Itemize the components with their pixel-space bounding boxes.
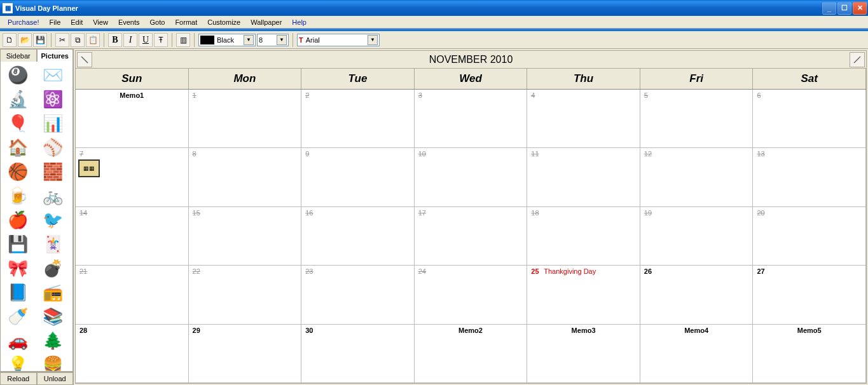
day-cell[interactable]: 10 xyxy=(415,148,528,206)
prev-month-button[interactable] xyxy=(77,52,92,67)
color-combo[interactable]: Black ▼ xyxy=(198,34,256,46)
day-cell[interactable]: Memo3 xyxy=(527,325,640,383)
day-cell[interactable]: Memo1 xyxy=(76,90,189,148)
day-number: 25 xyxy=(531,267,539,275)
clipart-item[interactable]: 🍺 xyxy=(3,185,32,206)
new-icon[interactable]: 🗋 xyxy=(3,33,17,47)
clipart-item[interactable]: 💡 xyxy=(3,354,32,372)
columns-button[interactable]: ▥ xyxy=(176,33,190,47)
tab-pictures[interactable]: Pictures xyxy=(37,49,74,62)
menu-goto[interactable]: Goto xyxy=(145,17,170,27)
day-cell[interactable]: 26 xyxy=(640,266,754,324)
day-cell[interactable]: Memo2 xyxy=(415,325,528,383)
day-cell[interactable]: 2 xyxy=(301,90,415,148)
menu-file[interactable]: File xyxy=(45,17,66,27)
day-cell[interactable]: 18 xyxy=(527,207,640,266)
clipart-item[interactable]: 🍼 xyxy=(3,306,32,327)
menu-view[interactable]: View xyxy=(88,17,113,27)
clipart-item[interactable]: ⚾ xyxy=(38,137,67,158)
day-cell[interactable]: 22 xyxy=(189,266,302,324)
clipart-item[interactable]: 🚗 xyxy=(3,330,32,351)
day-cell[interactable]: 14 xyxy=(76,207,189,266)
day-cell[interactable]: 6 xyxy=(753,90,866,148)
clipart-item[interactable]: 🎱 xyxy=(3,64,32,86)
fontsize-combo[interactable]: 8 ▼ xyxy=(257,34,289,46)
day-number: 21 xyxy=(79,267,87,275)
font-style-button[interactable]: Ŧ xyxy=(154,33,168,47)
menu-format[interactable]: Format xyxy=(170,17,202,27)
clipart-item[interactable]: 📻 xyxy=(38,281,67,303)
clipart-item[interactable]: 🧱 xyxy=(38,161,67,182)
clipart-item[interactable]: 🔬 xyxy=(3,88,32,110)
day-cell[interactable]: Memo4 xyxy=(640,325,754,383)
day-cell[interactable]: 8 xyxy=(189,148,302,206)
next-month-button[interactable] xyxy=(850,52,865,67)
cut-icon[interactable]: ✂ xyxy=(55,33,69,47)
clipart-item[interactable]: 🍔 xyxy=(38,354,67,372)
menu-help[interactable]: Help xyxy=(287,17,312,27)
clipart-item[interactable]: 🎀 xyxy=(3,257,32,279)
font-combo[interactable]: T Arial ▼ xyxy=(297,34,380,46)
clipart-item[interactable]: 🍎 xyxy=(3,209,32,231)
day-cell[interactable]: 13 xyxy=(753,148,866,206)
close-button[interactable]: ✕ xyxy=(853,2,867,15)
day-cell[interactable]: 29 xyxy=(189,325,302,383)
clipart-item[interactable]: 💣 xyxy=(38,257,67,279)
day-cell[interactable]: 3 xyxy=(415,90,528,148)
menu-wallpaper[interactable]: Wallpaper xyxy=(245,17,287,27)
day-cell[interactable]: 23 xyxy=(301,266,415,324)
unload-button[interactable]: Unload xyxy=(37,372,74,385)
tab-sidebar[interactable]: Sidebar xyxy=(0,49,37,62)
day-cell[interactable]: 15 xyxy=(189,207,302,266)
day-number: 28 xyxy=(79,327,87,334)
save-icon[interactable]: 💾 xyxy=(33,33,47,47)
clipart-item[interactable]: 📊 xyxy=(38,112,67,134)
clipart-item[interactable]: 🏠 xyxy=(3,137,32,158)
maximize-button[interactable]: ☐ xyxy=(837,2,851,15)
day-cell[interactable]: 16 xyxy=(301,207,415,266)
day-cell[interactable]: 20 xyxy=(753,207,866,266)
clipart-item[interactable]: ⚛️ xyxy=(38,88,67,110)
clipart-item[interactable]: 🐦 xyxy=(38,209,67,231)
day-cell[interactable]: 17 xyxy=(415,207,528,266)
day-number: 30 xyxy=(305,327,313,334)
italic-button[interactable]: I xyxy=(123,33,137,47)
day-number: 27 xyxy=(757,267,764,275)
clipart-item[interactable]: 🃏 xyxy=(38,233,67,255)
day-header: Tue xyxy=(301,69,415,89)
clipart-item[interactable]: 🎈 xyxy=(3,112,32,134)
day-cell[interactable]: 5 xyxy=(640,90,754,148)
day-cell[interactable]: 1 xyxy=(189,90,302,148)
day-cell[interactable]: 9 xyxy=(301,148,415,206)
underline-button[interactable]: U xyxy=(139,33,153,47)
clipart-item[interactable]: ✉️ xyxy=(38,64,67,86)
day-cell[interactable]: 24 xyxy=(415,266,528,324)
bold-button[interactable]: B xyxy=(108,33,122,47)
clipart-item[interactable]: 🏀 xyxy=(3,161,32,182)
clipart-item[interactable]: 🌲 xyxy=(38,330,67,351)
day-cell[interactable]: 21 xyxy=(76,266,189,324)
menu-events[interactable]: Events xyxy=(113,17,145,27)
day-cell[interactable]: 28 xyxy=(76,325,189,383)
paste-icon[interactable]: 📋 xyxy=(86,33,100,47)
menu-purchase[interactable]: Purchase! xyxy=(3,17,45,27)
menu-edit[interactable]: Edit xyxy=(65,17,88,27)
reload-button[interactable]: Reload xyxy=(0,372,37,385)
day-cell[interactable]: Memo5 xyxy=(753,325,866,383)
day-cell[interactable]: 19 xyxy=(640,207,754,266)
open-icon[interactable]: 📂 xyxy=(18,33,32,47)
clipart-item[interactable]: 🚲 xyxy=(38,185,67,206)
day-cell[interactable]: 30 xyxy=(301,325,415,383)
clipart-item[interactable]: 📚 xyxy=(38,306,67,327)
clipart-item[interactable]: 💾 xyxy=(3,233,32,255)
menu-customize[interactable]: Customize xyxy=(202,17,245,27)
copy-icon[interactable]: ⧉ xyxy=(71,33,85,47)
day-cell[interactable]: 7▦▦ xyxy=(76,148,189,206)
day-cell[interactable]: 27 xyxy=(753,266,866,324)
day-cell[interactable]: 12 xyxy=(640,148,754,206)
clipart-item[interactable]: 📘 xyxy=(3,281,32,303)
minimize-button[interactable]: _ xyxy=(822,2,836,15)
day-cell[interactable]: 11 xyxy=(527,148,640,206)
day-cell[interactable]: 25Thankgiving Day xyxy=(527,266,640,324)
day-cell[interactable]: 4 xyxy=(527,90,640,148)
